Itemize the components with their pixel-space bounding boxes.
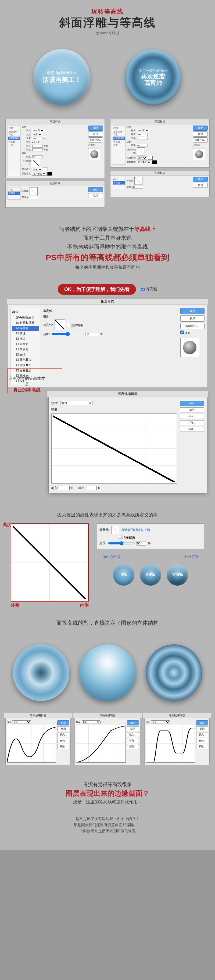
checkbox-input[interactable] — [141, 288, 145, 291]
list-item[interactable]: ☐ 颜色叠加 — [12, 357, 39, 363]
dir-down[interactable]: ○下 — [36, 141, 40, 144]
cancel-button[interactable]: 取消 — [196, 726, 208, 731]
list-item-bevel[interactable]: 斜面和浮雕 — [113, 137, 125, 140]
list-item[interactable]: 混合选项:自定 — [12, 315, 39, 321]
depth-input[interactable] — [32, 137, 43, 140]
list-item-contour[interactable]: 等高线 — [113, 181, 125, 185]
list-item[interactable]: ☐ 描边 — [12, 336, 39, 342]
list-item[interactable]: ☐ 纹理 — [12, 331, 39, 336]
styles-list[interactable]: 样式 混合选项:自定 斜面和浮雕 等高线 纹理 — [112, 126, 125, 165]
ok-button[interactable]: 确定 — [127, 720, 139, 725]
cancel-button[interactable]: 取消 — [180, 315, 204, 321]
preset-select[interactable]: 自定 — [12, 720, 31, 724]
shadow-swatch[interactable] — [47, 172, 52, 176]
depth-input[interactable] — [137, 133, 147, 136]
preset-select[interactable]: 自定 — [82, 720, 101, 724]
range-input[interactable] — [27, 196, 38, 199]
save-button[interactable]: 存储... — [196, 738, 208, 743]
style-select[interactable]: 内斜面 — [137, 129, 149, 132]
style-select[interactable]: 内斜面 — [32, 129, 44, 132]
cancel-button[interactable]: 取消 — [127, 726, 139, 731]
range-input[interactable] — [85, 332, 99, 336]
cancel-button[interactable]: 取消 — [193, 183, 208, 188]
gloss-contour-thumb[interactable] — [32, 159, 40, 167]
antialias-check[interactable]: 消除锯齿 — [118, 535, 135, 540]
list-item[interactable]: ☐ 图案叠加 — [12, 368, 39, 373]
list-item[interactable]: ☐ 渐变叠加 — [12, 363, 39, 368]
shadow-select[interactable]: 正片叠底 — [32, 172, 46, 176]
size-input[interactable] — [137, 137, 147, 140]
new-button[interactable]: 新建... — [180, 427, 204, 432]
list-item[interactable]: ☐ 内阴影 — [12, 342, 39, 347]
list-item-bevel[interactable]: 斜面和浮雕 — [8, 137, 20, 140]
ok-button[interactable]: 确定 — [88, 187, 103, 192]
shadow-select[interactable]: 正片叠底 — [137, 161, 151, 164]
styles-list[interactable]: 样式 等高线 — [112, 177, 125, 189]
contour-checkbox[interactable]: 等高线 — [141, 287, 157, 292]
new-button[interactable]: 新建... — [196, 744, 208, 749]
highlight-swatch[interactable] — [148, 156, 153, 160]
new-button[interactable]: 新建... — [57, 744, 70, 749]
list-item[interactable]: ☐ 光泽 — [12, 352, 39, 358]
list-item[interactable]: 纹理 — [113, 143, 125, 147]
list-item[interactable]: 混合选项:自定 — [113, 130, 125, 136]
list-item[interactable]: ☐ 内发光 — [12, 347, 39, 352]
ok-button[interactable]: 确定 — [57, 720, 70, 725]
new-button[interactable]: 新建... — [127, 744, 139, 749]
new-style-button[interactable]: 新建样式... — [88, 137, 103, 143]
contour-thumb[interactable] — [134, 177, 142, 185]
range-input[interactable] — [132, 186, 143, 189]
styles-list[interactable]: 样式 等高线 — [7, 187, 21, 200]
list-item[interactable]: 等高线 — [8, 140, 20, 143]
range-input[interactable] — [136, 541, 146, 546]
load-button[interactable]: 载入... — [57, 732, 70, 737]
new-style-button[interactable]: 新建样式... — [180, 323, 204, 329]
highlight-select[interactable]: 滤色 — [32, 168, 42, 171]
curve-graph-2[interactable] — [76, 725, 125, 763]
curve-graph-1[interactable] — [7, 725, 56, 763]
shadow-swatch[interactable] — [152, 160, 157, 164]
ok-button[interactable]: 确定 — [193, 126, 208, 130]
technique-select[interactable]: 平滑 — [32, 133, 42, 136]
ok-button[interactable]: 确定 — [193, 177, 208, 182]
output-field[interactable] — [86, 486, 97, 490]
ok-button[interactable]: 确定 — [180, 401, 204, 406]
preview-check[interactable]: 预览 — [180, 331, 204, 335]
list-item[interactable]: 等高线 — [113, 140, 125, 143]
cancel-button[interactable]: 取消 — [57, 726, 70, 731]
save-button[interactable]: 存储... — [180, 420, 204, 425]
cancel-button[interactable]: 取消 — [88, 132, 103, 137]
styles-list[interactable]: 样式 混合选项:自定 斜面和浮雕 等高线 纹理 — [7, 126, 21, 176]
list-item-contour-selected[interactable]: ☑ 等高线 — [12, 326, 39, 331]
cancel-button[interactable]: 取消 — [193, 132, 208, 137]
contour-thumb[interactable] — [111, 526, 119, 534]
ok-button[interactable]: 确定 — [180, 308, 204, 314]
styles-list[interactable]: 样式 混合选项:自定 ☑ 斜面和浮雕 ☑ 等高线 ☐ 纹理 ☐ 描边 ☐ 内阴影… — [11, 308, 40, 385]
antialias-check[interactable]: 消除锯齿 — [67, 323, 83, 327]
preset-select[interactable]: 自定 — [151, 720, 170, 724]
save-button[interactable]: 存储... — [127, 738, 139, 743]
contour-thumb[interactable] — [55, 320, 65, 330]
curve-graph-3[interactable] — [145, 725, 195, 763]
list-item-contour[interactable]: 等高线 — [8, 191, 20, 195]
soften-input[interactable] — [32, 148, 43, 151]
gloss-contour-thumb[interactable] — [137, 147, 145, 156]
ok-button[interactable]: 确定 — [88, 126, 103, 130]
cancel-button[interactable]: 取消 — [180, 407, 204, 412]
size-input[interactable] — [32, 145, 43, 148]
range-slider[interactable] — [52, 332, 84, 336]
save-button[interactable]: 存储... — [57, 738, 70, 743]
ok-button[interactable]: 确定 — [196, 720, 208, 725]
list-item[interactable]: 纹理 — [8, 143, 20, 147]
load-button[interactable]: 载入... — [196, 732, 208, 737]
load-button[interactable]: 载入... — [180, 414, 204, 419]
highlight-select[interactable]: 滤色 — [137, 156, 147, 160]
load-button[interactable]: 载入... — [127, 732, 139, 737]
angle-input[interactable] — [32, 156, 43, 158]
cancel-button[interactable]: 取消 — [88, 193, 103, 198]
highlight-swatch[interactable] — [43, 167, 48, 171]
angle-input[interactable] — [137, 144, 147, 147]
range-slider[interactable] — [108, 541, 135, 546]
input-field[interactable] — [59, 486, 70, 490]
dir-up[interactable]: ●上 — [32, 141, 35, 144]
